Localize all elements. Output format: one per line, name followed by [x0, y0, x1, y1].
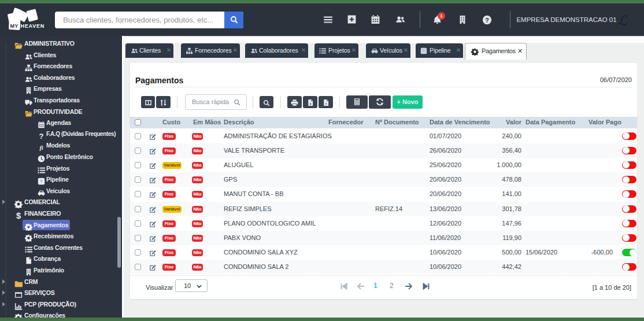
svg-text:MY: MY	[10, 23, 18, 29]
svg-text:HEAVEN: HEAVEN	[21, 23, 45, 29]
